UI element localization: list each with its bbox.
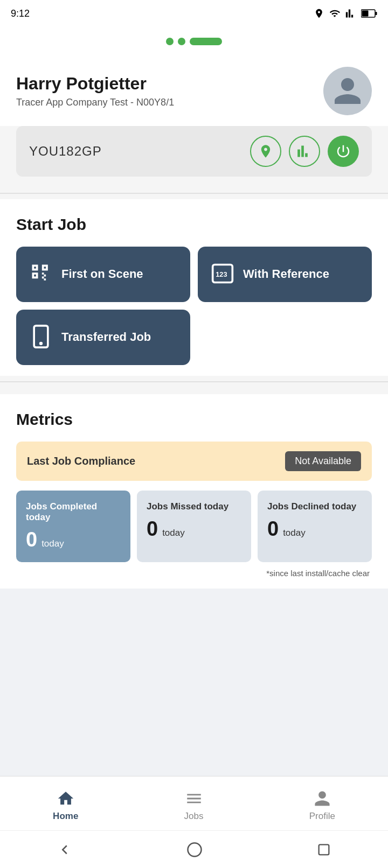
jobs-icon xyxy=(185,789,203,808)
android-recent-button[interactable] xyxy=(316,842,331,857)
jobs-declined-label: Jobs Declined today xyxy=(267,501,362,512)
battery-status-icon xyxy=(361,9,377,18)
metrics-section: Metrics Last Job Compliance Not Availabl… xyxy=(0,394,388,589)
jobs-declined-unit: today xyxy=(283,528,306,538)
bg-spacer xyxy=(0,589,388,776)
android-nav xyxy=(0,830,388,868)
nav-jobs-label: Jobs xyxy=(184,811,204,822)
svg-point-7 xyxy=(188,843,201,856)
svg-point-6 xyxy=(40,342,42,345)
compliance-label: Last Job Compliance xyxy=(27,455,135,467)
nav-profile[interactable]: Profile xyxy=(299,785,346,826)
first-on-scene-button[interactable]: First on Scene xyxy=(16,247,190,302)
nav-profile-label: Profile xyxy=(309,811,335,822)
svg-text:123: 123 xyxy=(216,270,227,278)
avatar-icon xyxy=(331,75,364,107)
jobs-missed-value: 0 xyxy=(147,517,158,541)
status-bar: 9:12 xyxy=(0,0,388,27)
profile-name: Harry Potgietter xyxy=(16,74,174,94)
jobs-missed-card: Jobs Missed today 0 today xyxy=(137,491,251,562)
reference-icon: 123 xyxy=(211,262,234,287)
dot-dash xyxy=(190,38,222,45)
jobs-missed-label: Jobs Missed today xyxy=(147,501,241,512)
jobs-completed-value: 0 xyxy=(26,528,37,551)
svg-rect-8 xyxy=(318,844,329,855)
vehicle-id: YOU182GP xyxy=(29,144,102,159)
start-job-section: Start Job First on Scene 123 With Ref xyxy=(0,199,388,376)
signal-button[interactable] xyxy=(289,136,320,167)
jobs-declined-card: Jobs Declined today 0 today xyxy=(258,491,372,562)
divider-2 xyxy=(0,381,388,382)
profile-icon xyxy=(313,789,331,808)
compliance-status: Not Available xyxy=(285,451,361,471)
bottom-nav: Home Jobs Profile xyxy=(0,776,388,830)
avatar xyxy=(323,67,372,115)
divider-1 xyxy=(0,193,388,194)
jobs-declined-value: 0 xyxy=(267,517,279,541)
status-time: 9:12 xyxy=(11,8,30,19)
svg-rect-1 xyxy=(376,12,377,15)
metrics-title: Metrics xyxy=(16,410,372,429)
jobs-completed-label: Jobs Completed today xyxy=(26,501,121,523)
qr-code-icon xyxy=(29,262,53,287)
power-button[interactable] xyxy=(328,136,359,167)
start-job-title: Start Job xyxy=(16,215,372,234)
home-icon xyxy=(57,789,75,808)
transferred-job-button[interactable]: Transferred Job xyxy=(16,310,190,365)
jobs-missed-unit: today xyxy=(162,528,185,538)
signal-status-icon xyxy=(345,8,357,19)
vehicle-badge: YOU182GP xyxy=(16,126,372,177)
recent-apps-icon xyxy=(316,842,331,857)
with-reference-button[interactable]: 123 With Reference xyxy=(198,247,372,302)
location-button[interactable] xyxy=(250,136,281,167)
job-buttons-row-1: First on Scene 123 With Reference xyxy=(16,247,372,302)
transferred-job-label: Transferred Job xyxy=(61,330,151,345)
location-status-icon xyxy=(314,8,324,19)
svg-rect-2 xyxy=(362,11,369,17)
dot-2 xyxy=(178,38,185,45)
status-icons xyxy=(314,8,377,19)
back-icon xyxy=(57,842,73,858)
phone-icon xyxy=(29,325,53,350)
location-pin-icon xyxy=(258,144,273,159)
home-circle-icon xyxy=(186,842,203,858)
nav-home[interactable]: Home xyxy=(42,785,89,826)
android-back-button[interactable] xyxy=(57,842,73,858)
first-on-scene-label: First on Scene xyxy=(61,267,143,282)
profile-section: Harry Potgietter Tracer App Company Test… xyxy=(0,51,388,126)
nav-items: Home Jobs Profile xyxy=(0,785,388,826)
jobs-completed-card: Jobs Completed today 0 today xyxy=(16,491,130,562)
with-reference-label: With Reference xyxy=(243,267,329,282)
jobs-completed-unit: today xyxy=(41,538,64,549)
power-icon xyxy=(335,143,351,159)
since-note: *since last install/cache clear xyxy=(16,569,372,578)
jobs-completed-value-row: 0 today xyxy=(26,528,121,551)
job-buttons: First on Scene 123 With Reference xyxy=(16,247,372,365)
vehicle-actions xyxy=(250,136,359,167)
dots-indicator xyxy=(0,27,388,51)
signal-bars-icon xyxy=(297,144,312,159)
job-buttons-row-2: Transferred Job xyxy=(16,310,372,365)
jobs-declined-value-row: 0 today xyxy=(267,517,362,541)
nav-home-label: Home xyxy=(53,811,78,822)
dot-1 xyxy=(166,38,174,45)
profile-subtitle: Tracer App Company Test - N00Y8/1 xyxy=(16,97,174,108)
jobs-missed-value-row: 0 today xyxy=(147,517,241,541)
nav-jobs[interactable]: Jobs xyxy=(174,785,214,826)
wifi-status-icon xyxy=(329,8,341,19)
android-home-button[interactable] xyxy=(186,842,203,858)
metrics-cards: Jobs Completed today 0 today Jobs Missed… xyxy=(16,491,372,562)
compliance-bar: Last Job Compliance Not Available xyxy=(16,442,372,481)
profile-info: Harry Potgietter Tracer App Company Test… xyxy=(16,74,174,108)
